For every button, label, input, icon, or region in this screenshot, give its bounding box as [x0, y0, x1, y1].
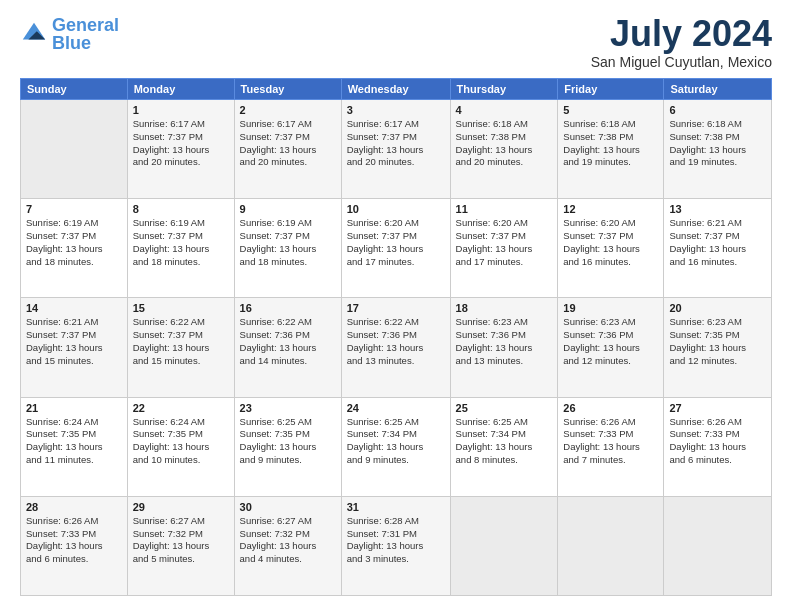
day-info: Sunrise: 6:21 AMSunset: 7:37 PMDaylight:… — [669, 217, 766, 268]
day-cell: 30Sunrise: 6:27 AMSunset: 7:32 PMDayligh… — [234, 496, 341, 595]
day-cell: 4Sunrise: 6:18 AMSunset: 7:38 PMDaylight… — [450, 100, 558, 199]
logo-icon — [20, 20, 48, 48]
calendar-header: SundayMondayTuesdayWednesdayThursdayFrid… — [21, 79, 772, 100]
week-row-4: 21Sunrise: 6:24 AMSunset: 7:35 PMDayligh… — [21, 397, 772, 496]
weekday-header-thursday: Thursday — [450, 79, 558, 100]
weekday-row: SundayMondayTuesdayWednesdayThursdayFrid… — [21, 79, 772, 100]
day-info: Sunrise: 6:22 AMSunset: 7:37 PMDaylight:… — [133, 316, 229, 367]
day-number: 29 — [133, 501, 229, 513]
day-number: 24 — [347, 402, 445, 414]
day-info: Sunrise: 6:22 AMSunset: 7:36 PMDaylight:… — [240, 316, 336, 367]
day-number: 15 — [133, 302, 229, 314]
week-row-3: 14Sunrise: 6:21 AMSunset: 7:37 PMDayligh… — [21, 298, 772, 397]
day-info: Sunrise: 6:19 AMSunset: 7:37 PMDaylight:… — [133, 217, 229, 268]
day-info: Sunrise: 6:25 AMSunset: 7:34 PMDaylight:… — [347, 416, 445, 467]
calendar: SundayMondayTuesdayWednesdayThursdayFrid… — [20, 78, 772, 596]
day-number: 2 — [240, 104, 336, 116]
weekday-header-wednesday: Wednesday — [341, 79, 450, 100]
day-cell — [664, 496, 772, 595]
day-number: 25 — [456, 402, 553, 414]
day-cell: 28Sunrise: 6:26 AMSunset: 7:33 PMDayligh… — [21, 496, 128, 595]
day-info: Sunrise: 6:24 AMSunset: 7:35 PMDaylight:… — [133, 416, 229, 467]
day-cell: 27Sunrise: 6:26 AMSunset: 7:33 PMDayligh… — [664, 397, 772, 496]
day-cell: 29Sunrise: 6:27 AMSunset: 7:32 PMDayligh… — [127, 496, 234, 595]
day-cell: 7Sunrise: 6:19 AMSunset: 7:37 PMDaylight… — [21, 199, 128, 298]
day-cell — [450, 496, 558, 595]
day-number: 4 — [456, 104, 553, 116]
week-row-1: 1Sunrise: 6:17 AMSunset: 7:37 PMDaylight… — [21, 100, 772, 199]
day-number: 3 — [347, 104, 445, 116]
day-number: 1 — [133, 104, 229, 116]
day-info: Sunrise: 6:18 AMSunset: 7:38 PMDaylight:… — [456, 118, 553, 169]
day-cell: 25Sunrise: 6:25 AMSunset: 7:34 PMDayligh… — [450, 397, 558, 496]
day-info: Sunrise: 6:23 AMSunset: 7:35 PMDaylight:… — [669, 316, 766, 367]
day-info: Sunrise: 6:28 AMSunset: 7:31 PMDaylight:… — [347, 515, 445, 566]
day-info: Sunrise: 6:24 AMSunset: 7:35 PMDaylight:… — [26, 416, 122, 467]
day-cell: 15Sunrise: 6:22 AMSunset: 7:37 PMDayligh… — [127, 298, 234, 397]
day-cell: 18Sunrise: 6:23 AMSunset: 7:36 PMDayligh… — [450, 298, 558, 397]
day-cell: 11Sunrise: 6:20 AMSunset: 7:37 PMDayligh… — [450, 199, 558, 298]
day-info: Sunrise: 6:17 AMSunset: 7:37 PMDaylight:… — [240, 118, 336, 169]
day-number: 23 — [240, 402, 336, 414]
day-info: Sunrise: 6:27 AMSunset: 7:32 PMDaylight:… — [240, 515, 336, 566]
day-number: 30 — [240, 501, 336, 513]
day-cell: 17Sunrise: 6:22 AMSunset: 7:36 PMDayligh… — [341, 298, 450, 397]
week-row-5: 28Sunrise: 6:26 AMSunset: 7:33 PMDayligh… — [21, 496, 772, 595]
day-info: Sunrise: 6:25 AMSunset: 7:35 PMDaylight:… — [240, 416, 336, 467]
day-info: Sunrise: 6:26 AMSunset: 7:33 PMDaylight:… — [26, 515, 122, 566]
day-number: 21 — [26, 402, 122, 414]
day-info: Sunrise: 6:20 AMSunset: 7:37 PMDaylight:… — [347, 217, 445, 268]
day-info: Sunrise: 6:21 AMSunset: 7:37 PMDaylight:… — [26, 316, 122, 367]
day-cell: 21Sunrise: 6:24 AMSunset: 7:35 PMDayligh… — [21, 397, 128, 496]
day-info: Sunrise: 6:17 AMSunset: 7:37 PMDaylight:… — [133, 118, 229, 169]
day-cell: 26Sunrise: 6:26 AMSunset: 7:33 PMDayligh… — [558, 397, 664, 496]
day-cell: 12Sunrise: 6:20 AMSunset: 7:37 PMDayligh… — [558, 199, 664, 298]
day-number: 13 — [669, 203, 766, 215]
weekday-header-saturday: Saturday — [664, 79, 772, 100]
title-block: July 2024 San Miguel Cuyutlan, Mexico — [591, 16, 772, 70]
day-cell: 2Sunrise: 6:17 AMSunset: 7:37 PMDaylight… — [234, 100, 341, 199]
day-number: 16 — [240, 302, 336, 314]
day-cell: 20Sunrise: 6:23 AMSunset: 7:35 PMDayligh… — [664, 298, 772, 397]
day-cell: 19Sunrise: 6:23 AMSunset: 7:36 PMDayligh… — [558, 298, 664, 397]
day-cell — [558, 496, 664, 595]
weekday-header-monday: Monday — [127, 79, 234, 100]
weekday-header-tuesday: Tuesday — [234, 79, 341, 100]
day-cell: 9Sunrise: 6:19 AMSunset: 7:37 PMDaylight… — [234, 199, 341, 298]
calendar-body: 1Sunrise: 6:17 AMSunset: 7:37 PMDaylight… — [21, 100, 772, 596]
day-cell: 10Sunrise: 6:20 AMSunset: 7:37 PMDayligh… — [341, 199, 450, 298]
day-cell: 13Sunrise: 6:21 AMSunset: 7:37 PMDayligh… — [664, 199, 772, 298]
weekday-header-friday: Friday — [558, 79, 664, 100]
location: San Miguel Cuyutlan, Mexico — [591, 54, 772, 70]
day-number: 27 — [669, 402, 766, 414]
day-info: Sunrise: 6:25 AMSunset: 7:34 PMDaylight:… — [456, 416, 553, 467]
day-number: 14 — [26, 302, 122, 314]
day-number: 6 — [669, 104, 766, 116]
logo-blue: Blue — [52, 33, 91, 53]
day-cell: 24Sunrise: 6:25 AMSunset: 7:34 PMDayligh… — [341, 397, 450, 496]
day-number: 11 — [456, 203, 553, 215]
day-info: Sunrise: 6:26 AMSunset: 7:33 PMDaylight:… — [563, 416, 658, 467]
day-info: Sunrise: 6:27 AMSunset: 7:32 PMDaylight:… — [133, 515, 229, 566]
day-number: 20 — [669, 302, 766, 314]
day-number: 12 — [563, 203, 658, 215]
day-number: 8 — [133, 203, 229, 215]
day-info: Sunrise: 6:26 AMSunset: 7:33 PMDaylight:… — [669, 416, 766, 467]
day-info: Sunrise: 6:22 AMSunset: 7:36 PMDaylight:… — [347, 316, 445, 367]
weekday-header-sunday: Sunday — [21, 79, 128, 100]
day-number: 28 — [26, 501, 122, 513]
day-info: Sunrise: 6:20 AMSunset: 7:37 PMDaylight:… — [456, 217, 553, 268]
day-number: 7 — [26, 203, 122, 215]
day-number: 26 — [563, 402, 658, 414]
day-cell: 6Sunrise: 6:18 AMSunset: 7:38 PMDaylight… — [664, 100, 772, 199]
day-cell: 31Sunrise: 6:28 AMSunset: 7:31 PMDayligh… — [341, 496, 450, 595]
day-cell: 5Sunrise: 6:18 AMSunset: 7:38 PMDaylight… — [558, 100, 664, 199]
day-info: Sunrise: 6:18 AMSunset: 7:38 PMDaylight:… — [563, 118, 658, 169]
day-info: Sunrise: 6:19 AMSunset: 7:37 PMDaylight:… — [240, 217, 336, 268]
logo-general: General — [52, 15, 119, 35]
day-info: Sunrise: 6:20 AMSunset: 7:37 PMDaylight:… — [563, 217, 658, 268]
day-number: 17 — [347, 302, 445, 314]
day-info: Sunrise: 6:18 AMSunset: 7:38 PMDaylight:… — [669, 118, 766, 169]
day-number: 5 — [563, 104, 658, 116]
day-number: 18 — [456, 302, 553, 314]
